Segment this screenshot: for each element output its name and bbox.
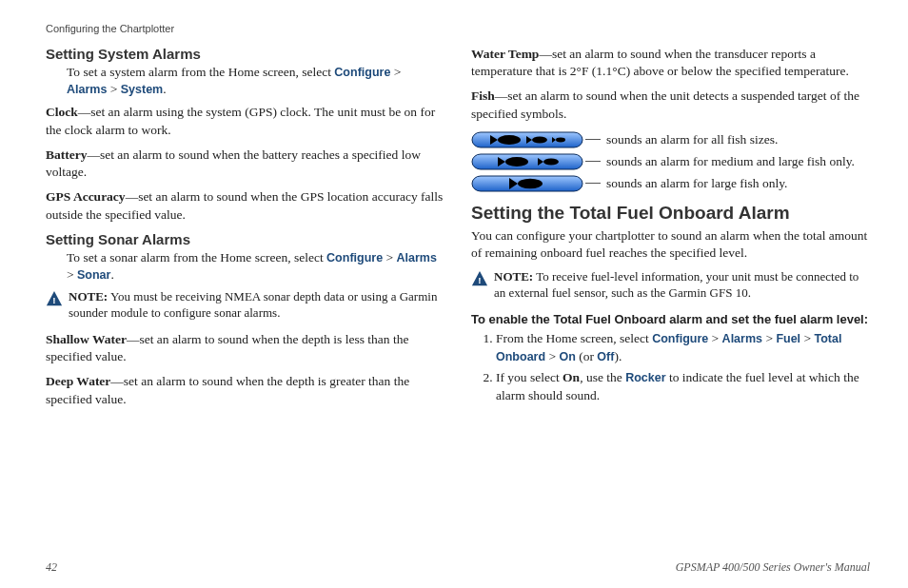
- fish-row-all: sounds an alarm for all fish sizes.: [471, 130, 870, 149]
- gps-term: GPS Accuracy: [46, 189, 126, 204]
- path-off: Off: [597, 350, 614, 363]
- fish-l-label: sounds an alarm for large fish only.: [606, 176, 787, 191]
- fish-term: Fish: [471, 88, 495, 103]
- svg-text:!: !: [478, 275, 481, 285]
- page-footer: 42 GPSMAP 400/500 Series Owner's Manual: [46, 560, 870, 575]
- right-column: Water Temp—set an alarm to sound when th…: [471, 40, 870, 416]
- step2-on: On: [563, 370, 580, 384]
- path-configure: Configure: [326, 251, 383, 265]
- fish-item: Fish—set an alarm to sound when the unit…: [471, 88, 870, 122]
- fish-row-ml: sounds an alarm for medium and large fis…: [471, 152, 870, 171]
- note-body: NOTE: You must be receiving NMEA sonar d…: [69, 289, 444, 322]
- path-on: On: [559, 350, 575, 363]
- path-configure: Configure: [652, 332, 708, 345]
- fish-all-label: sounds an alarm for all fish sizes.: [606, 132, 778, 147]
- battery-desc: —set an alarm to sound when the battery …: [46, 147, 421, 179]
- leader-line: [585, 139, 601, 140]
- shallow-term: Shallow Water: [46, 332, 127, 346]
- path-alarms: Alarms: [722, 332, 762, 345]
- path-configure: Configure: [334, 66, 390, 79]
- fuel-intro: You can configure your chartplotter to s…: [471, 227, 870, 262]
- step2-b: , use the: [580, 370, 625, 384]
- fuel-steps: From the Home screen, select Configure >…: [471, 330, 870, 406]
- intro-text: To set a system alarm from the Home scre…: [67, 65, 334, 79]
- note-body: NOTE: To receive fuel-level information,…: [494, 269, 870, 302]
- heading-fuel-alarm: Setting the Total Fuel Onboard Alarm: [471, 203, 870, 224]
- note-label: NOTE:: [69, 289, 108, 304]
- step2-rocker: Rocker: [625, 371, 665, 384]
- gps-item: GPS Accuracy—set an alarm to sound when …: [46, 188, 444, 223]
- step-1: From the Home screen, select Configure >…: [496, 330, 870, 366]
- battery-term: Battery: [46, 147, 87, 162]
- fish-row-l: sounds an alarm for large fish only.: [471, 174, 870, 193]
- heading-system-alarms: Setting System Alarms: [46, 46, 444, 62]
- running-header: Configuring the Chartplotter: [46, 23, 870, 34]
- fish-icon-all: [471, 130, 583, 149]
- shallow-item: Shallow Water—set an alarm to sound when…: [46, 331, 444, 365]
- note-label: NOTE:: [494, 269, 533, 284]
- path-alarms: Alarms: [67, 83, 107, 96]
- left-column: Setting System Alarms To set a system al…: [46, 40, 444, 416]
- heading-sonar-alarms: Setting Sonar Alarms: [46, 231, 444, 247]
- step1-pre: From the Home screen, select: [496, 331, 652, 345]
- intro-text: To set a sonar alarm from the Home scree…: [67, 250, 326, 265]
- svg-point-5: [532, 136, 547, 143]
- svg-point-15: [518, 179, 543, 188]
- svg-point-3: [498, 135, 521, 145]
- battery-item: Battery—set an alarm to sound when the b…: [46, 147, 444, 181]
- note-text: To receive fuel-level information, your …: [494, 269, 859, 300]
- clock-desc: —set an alarm using the system (GPS) clo…: [46, 105, 435, 136]
- note-icon: !: [471, 270, 488, 287]
- path-system: System: [121, 83, 163, 96]
- svg-point-12: [543, 158, 559, 165]
- fish-ml-label: sounds an alarm for medium and large fis…: [606, 154, 855, 169]
- leader-line: [585, 161, 601, 162]
- step1-end: ).: [614, 349, 622, 363]
- watertemp-term: Water Temp: [471, 47, 539, 61]
- note-text: You must be receiving NMEA sonar depth d…: [69, 289, 437, 320]
- clock-item: Clock—set an alarm using the system (GPS…: [46, 104, 444, 138]
- fish-desc: —set an alarm to sound when the unit det…: [471, 88, 859, 120]
- fish-icon-l: [471, 174, 583, 193]
- step1-or: (or: [576, 349, 598, 363]
- manual-title: GPSMAP 400/500 Series Owner's Manual: [676, 560, 870, 575]
- fish-icon-ml: [471, 152, 583, 171]
- fuel-note: ! NOTE: To receive fuel-level informatio…: [471, 269, 870, 302]
- leader-line: [585, 183, 601, 184]
- system-alarms-intro: To set a system alarm from the Home scre…: [67, 64, 444, 98]
- page-number: 42: [46, 560, 57, 575]
- sonar-note: ! NOTE: You must be receiving NMEA sonar…: [46, 289, 444, 322]
- svg-point-7: [556, 137, 565, 142]
- path-alarms: Alarms: [396, 251, 436, 265]
- note-icon: !: [46, 290, 63, 307]
- watertemp-item: Water Temp—set an alarm to sound when th…: [471, 46, 870, 80]
- enable-heading: To enable the Total Fuel Onboard alarm a…: [471, 311, 870, 328]
- clock-term: Clock: [46, 105, 78, 119]
- path-fuel: Fuel: [776, 332, 800, 345]
- sonar-alarms-intro: To set a sonar alarm from the Home scree…: [67, 249, 444, 284]
- deep-term: Deep Water: [46, 374, 110, 388]
- step-2: If you select On, use the Rocker to indi…: [496, 369, 870, 405]
- two-column-layout: Setting System Alarms To set a system al…: [46, 40, 870, 416]
- svg-point-10: [505, 157, 528, 167]
- path-sonar: Sonar: [77, 268, 110, 282]
- step2-a: If you select: [496, 370, 563, 384]
- svg-text:!: !: [52, 295, 55, 305]
- deep-item: Deep Water—set an alarm to sound when th…: [46, 373, 444, 407]
